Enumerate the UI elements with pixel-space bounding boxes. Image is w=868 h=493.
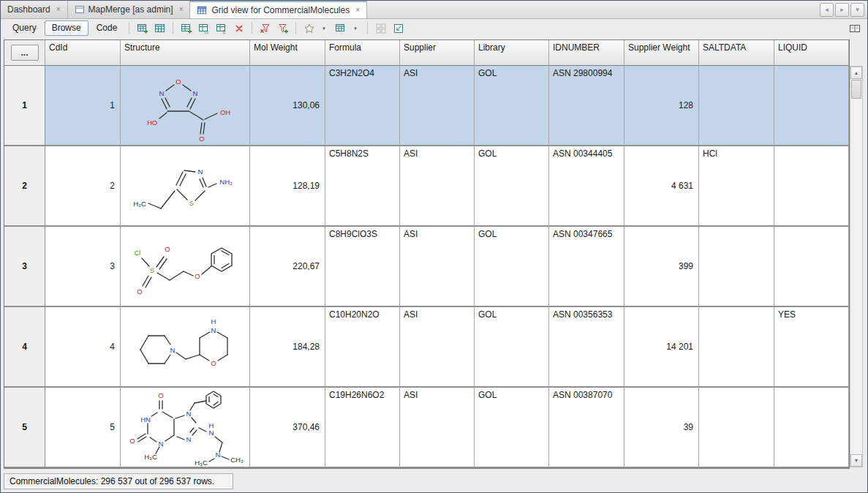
cell-structure[interactable]: O NN HO O OH <box>121 66 250 146</box>
cell-cdid[interactable]: 5 <box>45 388 121 468</box>
cell-structure[interactable]: N N H O <box>121 307 250 388</box>
column-header-supplier-weight[interactable]: Supplier Weight <box>624 40 699 66</box>
code-mode-button[interactable]: Code <box>89 20 125 36</box>
scroll-tabs-right-icon[interactable]: ▸ <box>835 3 849 17</box>
cell-structure[interactable]: S N NH₂ H₃C <box>121 146 250 227</box>
row-header[interactable]: 2 <box>4 146 45 227</box>
row-header[interactable]: 5 <box>4 388 45 468</box>
column-header-liquid[interactable]: LIQUID <box>774 40 849 66</box>
cell-formula[interactable]: C5H8N2S <box>325 146 400 227</box>
column-header-formula[interactable]: Formula <box>325 40 400 66</box>
column-header-mol-weight[interactable]: Mol Weight <box>250 40 325 66</box>
tab-mapmerge[interactable]: MapMerge [as admin] × <box>68 1 191 18</box>
svg-text:H₃C: H₃C <box>144 453 157 461</box>
cell-supplier-weight[interactable]: 128 <box>624 66 699 146</box>
scroll-down-icon[interactable]: ▼ <box>850 454 862 467</box>
favorites-caret-icon[interactable]: ▾ <box>318 20 331 36</box>
cell-idnumber[interactable]: ASN 00344405 <box>549 146 624 227</box>
query-mode-button[interactable]: Query <box>5 20 44 36</box>
filter-add-icon[interactable] <box>274 20 291 36</box>
scrollbar-thumb[interactable] <box>851 80 861 99</box>
close-icon[interactable]: × <box>355 7 360 14</box>
cell-idnumber[interactable]: ASN 00347665 <box>549 227 624 307</box>
cell-supplier-weight[interactable]: 4 631 <box>624 146 699 227</box>
cell-formula[interactable]: C8H9ClO3S <box>325 227 400 307</box>
cell-supplier-weight[interactable]: 399 <box>624 227 699 307</box>
column-header-library[interactable]: Library <box>475 40 549 66</box>
scroll-tabs-left-icon[interactable]: ◂ <box>820 3 834 17</box>
cell-cdid[interactable]: 4 <box>45 307 121 388</box>
column-header-structure[interactable]: Structure <box>121 40 250 66</box>
cell-liquid[interactable] <box>774 66 849 146</box>
cell-cdid[interactable]: 2 <box>45 146 121 227</box>
layout-grid-icon[interactable] <box>372 20 389 36</box>
cell-library[interactable]: GOL <box>475 388 549 468</box>
row-header[interactable]: 4 <box>4 307 45 388</box>
view-table-dropdown-icon[interactable] <box>332 20 349 36</box>
cell-formula[interactable]: C10H20N2O <box>325 307 400 388</box>
cell-supplier[interactable]: ASI <box>400 388 475 468</box>
aggregate-column-icon[interactable]: Σ <box>213 20 230 36</box>
cell-liquid[interactable] <box>774 227 849 307</box>
column-header-supplier[interactable]: Supplier <box>400 40 475 66</box>
cell-mol-weight[interactable]: 130,06 <box>250 66 325 146</box>
svg-text:Σ: Σ <box>222 29 226 34</box>
cell-cdid[interactable]: 3 <box>45 227 121 307</box>
cell-saltdata[interactable] <box>699 388 774 468</box>
cell-saltdata[interactable] <box>699 307 774 388</box>
cell-saltdata[interactable] <box>699 227 774 307</box>
cell-mol-weight[interactable]: 184,28 <box>250 307 325 388</box>
cell-mol-weight[interactable]: 370,46 <box>250 388 325 468</box>
close-icon[interactable]: × <box>56 6 61 13</box>
add-row-icon[interactable] <box>178 20 195 36</box>
column-header-cdid[interactable]: CdId <box>45 40 121 66</box>
cell-mol-weight[interactable]: 220,67 <box>250 227 325 307</box>
cell-cdid[interactable]: 1 <box>45 66 121 146</box>
cell-library[interactable]: GOL <box>475 66 549 146</box>
cell-supplier-weight[interactable]: 39 <box>624 388 699 468</box>
chemical-terms-column-icon[interactable]: ct <box>195 20 212 36</box>
cell-liquid[interactable] <box>774 146 849 227</box>
schema-browser-icon[interactable] <box>846 20 863 36</box>
tab-grid-view[interactable]: Grid view for CommercialMolecules × <box>190 1 367 18</box>
cell-structure[interactable]: Cl S O O O <box>121 227 250 307</box>
browse-mode-button[interactable]: Browse <box>45 20 88 36</box>
cell-supplier-weight[interactable]: 14 201 <box>624 307 699 388</box>
vertical-scrollbar[interactable]: ▲ ▼ <box>850 66 863 467</box>
cell-library[interactable]: GOL <box>475 307 549 388</box>
row-header[interactable]: 3 <box>4 227 45 307</box>
cell-library[interactable]: GOL <box>475 227 549 307</box>
edit-table-icon[interactable] <box>151 20 168 36</box>
filter-clear-icon[interactable] <box>257 20 273 36</box>
favorites-star-icon[interactable] <box>301 20 317 36</box>
cell-library[interactable]: GOL <box>475 146 549 227</box>
cell-mol-weight[interactable]: 128,19 <box>250 146 325 227</box>
cell-saltdata[interactable]: HCl <box>699 146 774 227</box>
cell-formula[interactable]: C19H26N6O2 <box>325 388 400 468</box>
cell-idnumber[interactable]: ASN 29800994 <box>549 66 624 146</box>
scroll-up-icon[interactable]: ▲ <box>850 67 862 79</box>
grid-options-button[interactable]: ... <box>11 45 39 61</box>
cell-saltdata[interactable] <box>699 66 774 146</box>
close-icon[interactable]: × <box>179 6 184 13</box>
cell-supplier[interactable]: ASI <box>400 307 475 388</box>
row-header[interactable]: 1 <box>4 66 45 146</box>
column-header-saltdata[interactable]: SALTDATA <box>699 40 774 66</box>
cell-supplier[interactable]: ASI <box>400 146 475 227</box>
column-header-idnumber[interactable]: IDNUMBER <box>549 40 624 66</box>
cell-structure[interactable]: O O HN N H₃C N N N H N CH₃ H₃C <box>121 388 250 468</box>
tab-dashboard[interactable]: Dashboard × <box>1 1 68 18</box>
view-caret-icon[interactable]: ▾ <box>350 20 363 36</box>
cell-liquid[interactable] <box>774 388 849 468</box>
cell-formula[interactable]: C3H2N2O4 <box>325 66 400 146</box>
cell-supplier[interactable]: ASI <box>400 227 475 307</box>
cell-idnumber[interactable]: ASN 00387070 <box>549 388 624 468</box>
delete-row-icon[interactable] <box>230 20 247 36</box>
tab-list-icon[interactable]: ▾ <box>850 3 864 17</box>
fit-to-window-icon[interactable] <box>390 20 407 36</box>
cell-supplier[interactable]: ASI <box>400 66 475 146</box>
svg-text:S: S <box>189 199 193 207</box>
cell-idnumber[interactable]: ASN 00356353 <box>549 307 624 388</box>
cell-liquid[interactable]: YES <box>774 307 849 388</box>
new-table-icon[interactable] <box>134 20 151 36</box>
